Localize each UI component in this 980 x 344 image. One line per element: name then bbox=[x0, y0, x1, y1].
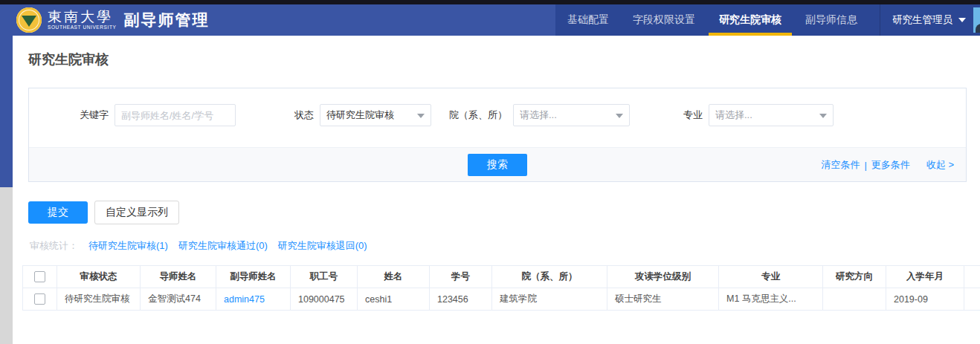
column-header: 联系方式 bbox=[964, 266, 980, 288]
left-gutter-top bbox=[0, 36, 13, 187]
status-select[interactable]: 待研究生院审核 bbox=[320, 104, 431, 126]
university-name-en: SOUTHEAST UNIVERSITY bbox=[48, 25, 116, 30]
tab-basic-config[interactable]: 基础配置 bbox=[567, 4, 609, 36]
user-name: 研究生管理员 bbox=[892, 13, 952, 27]
review-stats: 审核统计： 待研究生院审核(1) 研究生院审核通过(0) 研究生院审核退回(0) bbox=[30, 239, 367, 253]
tab-field-permission[interactable]: 字段权限设置 bbox=[633, 4, 695, 36]
chevron-down-icon bbox=[958, 18, 966, 22]
select-all-checkbox[interactable] bbox=[34, 271, 45, 282]
major-filter: 专业 请选择... bbox=[683, 104, 834, 126]
chevron-down-icon bbox=[819, 114, 827, 118]
keyword-label: 关键字 bbox=[80, 108, 109, 122]
column-header: 审核状态 bbox=[57, 266, 141, 288]
table-cell: M1 马克思主义... bbox=[719, 288, 823, 311]
submit-button[interactable]: 提交 bbox=[28, 201, 88, 224]
table-row: 待研究生院审核金智测试474admin475109000475ceshi1123… bbox=[23, 288, 980, 311]
row-checkbox-cell bbox=[23, 288, 57, 311]
table-cell: 待研究生院审核 bbox=[57, 288, 141, 311]
tab-assistant-supervisor-info[interactable]: 副导师信息 bbox=[805, 4, 857, 36]
university-logo-icon bbox=[16, 7, 42, 33]
left-gutter-bottom bbox=[0, 187, 13, 344]
department-select[interactable]: 请选择... bbox=[513, 104, 630, 126]
stat-returned-link[interactable]: 研究生院审核退回(0) bbox=[278, 239, 367, 253]
tab-graduate-school-review[interactable]: 研究生院审核 bbox=[719, 4, 781, 36]
column-header: 院（系、所） bbox=[492, 266, 607, 288]
major-select[interactable]: 请选择... bbox=[709, 104, 834, 126]
app-header: 東南大學 SOUTHEAST UNIVERSITY 副导师管理 基础配置 字段权… bbox=[0, 4, 980, 36]
table-cell: 109000475 bbox=[291, 288, 358, 311]
table-cell: 建筑学院 bbox=[492, 288, 607, 311]
stats-label: 审核统计： bbox=[30, 239, 78, 253]
customize-columns-button[interactable]: 自定义显示列 bbox=[94, 201, 179, 224]
table-cell bbox=[823, 288, 886, 311]
table-cell: 金智测试474 bbox=[141, 288, 216, 311]
department-filter: 院（系、所） 请选择... bbox=[449, 104, 630, 126]
app-title: 副导师管理 bbox=[123, 10, 209, 30]
department-select-value: 请选择... bbox=[520, 108, 557, 122]
table-cell: 2019-09 bbox=[886, 288, 964, 311]
status-label: 状态 bbox=[294, 108, 314, 122]
search-button[interactable]: 搜索 bbox=[468, 154, 527, 176]
column-header: 入学年月 bbox=[886, 266, 964, 288]
stat-passed-link[interactable]: 研究生院审核通过(0) bbox=[178, 239, 268, 253]
page-title: 研究生院审核 bbox=[28, 51, 109, 68]
chevron-down-icon bbox=[417, 114, 425, 118]
page-content: 研究生院审核 关键字 状态 待研究生院审核 院（系、所） 请选择... bbox=[13, 36, 980, 344]
column-header: 专业 bbox=[719, 266, 823, 288]
column-header: 研究方向 bbox=[823, 266, 886, 288]
column-header: 副导师姓名 bbox=[216, 266, 291, 288]
avatar-body bbox=[976, 24, 980, 33]
status-select-value: 待研究生院审核 bbox=[326, 108, 394, 122]
filter-row: 关键字 状态 待研究生院审核 院（系、所） 请选择... 专业 bbox=[29, 104, 966, 126]
clear-conditions-link[interactable]: 清空条件 bbox=[821, 158, 860, 172]
column-header: 姓名 bbox=[358, 266, 430, 288]
table-cell: 123456 bbox=[430, 288, 492, 311]
more-conditions-link[interactable]: 更多条件 bbox=[871, 158, 910, 172]
top-nav: 基础配置 字段权限设置 研究生院审核 副导师信息 研究生管理员 bbox=[555, 4, 980, 36]
department-label: 院（系、所） bbox=[449, 108, 507, 122]
column-header: 导师姓名 bbox=[141, 266, 216, 288]
user-menu[interactable]: 研究生管理员 bbox=[880, 4, 966, 36]
filter-panel-footer: 搜索 清空条件 | 更多条件 收起 > bbox=[29, 147, 966, 181]
filter-panel: 关键字 状态 待研究生院审核 院（系、所） 请选择... 专业 bbox=[28, 88, 967, 182]
major-label: 专业 bbox=[683, 108, 703, 122]
select-all-checkbox-cell bbox=[23, 266, 57, 288]
column-header: 攻读学位级别 bbox=[607, 266, 719, 288]
table-cell: ceshi1 bbox=[358, 288, 430, 311]
major-select-value: 请选择... bbox=[715, 108, 752, 122]
row-checkbox[interactable] bbox=[34, 293, 45, 305]
filter-links: 清空条件 | 更多条件 收起 > bbox=[821, 148, 954, 182]
table-cell: 硕士研究生 bbox=[607, 288, 719, 311]
brand: 東南大學 SOUTHEAST UNIVERSITY 副导师管理 bbox=[16, 7, 209, 33]
status-filter: 状态 待研究生院审核 bbox=[294, 104, 431, 126]
keyword-filter: 关键字 bbox=[80, 104, 236, 126]
university-name: 東南大學 SOUTHEAST UNIVERSITY bbox=[48, 10, 116, 30]
collapse-link[interactable]: 收起 > bbox=[926, 158, 954, 172]
table-cell bbox=[964, 288, 980, 311]
chevron-down-icon bbox=[616, 114, 623, 118]
link-separator: | bbox=[864, 160, 866, 171]
toolbar: 提交 自定义显示列 bbox=[28, 201, 179, 224]
table-container: 审核状态导师姓名副导师姓名职工号姓名学号院（系、所）攻读学位级别专业研究方向入学… bbox=[22, 265, 980, 344]
assistant-supervisor-link[interactable]: admin475 bbox=[216, 288, 291, 311]
university-name-zh: 東南大學 bbox=[48, 10, 116, 24]
stat-pending-link[interactable]: 待研究生院审核(1) bbox=[88, 239, 168, 253]
column-header: 职工号 bbox=[291, 266, 358, 288]
column-header: 学号 bbox=[430, 266, 492, 288]
review-table: 审核状态导师姓名副导师姓名职工号姓名学号院（系、所）攻读学位级别专业研究方向入学… bbox=[22, 265, 980, 311]
keyword-input[interactable] bbox=[115, 104, 236, 126]
avatar[interactable] bbox=[973, 7, 980, 33]
